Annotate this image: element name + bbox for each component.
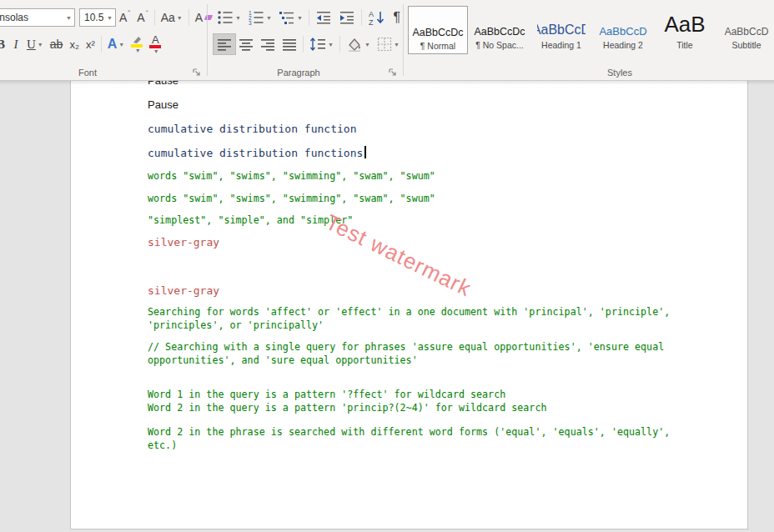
style-label: Heading 1 [531, 40, 591, 50]
clear-formatting-icon: A [195, 11, 203, 24]
paint-bucket-icon [346, 37, 363, 52]
font-color-icon: A [152, 35, 159, 44]
shading-button[interactable]: ▼ [343, 34, 374, 54]
style-subtitle[interactable]: AaBbCcD Subtitle [716, 6, 774, 54]
paragraph-dialog-launcher[interactable] [388, 68, 397, 77]
chevron-down-icon: ▼ [118, 42, 124, 48]
doc-paragraph: // Searching with a single query for phr… [148, 341, 715, 367]
underline-icon: U [27, 38, 36, 52]
doc-paragraph: Searching for words 'affect' or 'effect'… [148, 306, 715, 332]
font-group-label: Font [50, 68, 125, 78]
doc-paragraph: silver-gray [148, 236, 715, 249]
multilevel-list-icon [279, 9, 295, 26]
style-sample-text: AaB [657, 9, 712, 38]
caret-up-glyph: ˆ [128, 9, 130, 18]
decrease-indent-icon [315, 9, 332, 26]
change-case-button[interactable]: Aa ▼ [158, 8, 186, 28]
ribbon-shadow [0, 81, 774, 85]
separator [101, 36, 102, 53]
style-label: ¶ Normal [409, 41, 467, 51]
grow-font-button[interactable]: Aˆ [116, 8, 133, 28]
chevron-down-icon: ▼ [266, 15, 272, 21]
increase-indent-button[interactable] [335, 8, 359, 28]
sort-az-icon: A Z [368, 9, 386, 26]
style-heading-2[interactable]: AaBbCcD Heading 2 [593, 6, 653, 54]
separator [188, 9, 189, 26]
numbered-list-icon: 123 [248, 9, 264, 26]
style-sample-text: AaBbCcD [720, 9, 773, 38]
style-label: Subtitle [716, 40, 774, 50]
text-effects-button[interactable]: A ▼ [104, 34, 128, 54]
style-no-spacing[interactable]: AaBbCcDc ¶ No Spac... [470, 6, 530, 54]
font-name-combobox[interactable]: Consolas ▼ [0, 8, 75, 27]
justify-icon [282, 37, 297, 52]
highlight-color-button[interactable]: ▼ [128, 34, 146, 54]
shrink-font-icon: A [137, 11, 144, 24]
align-left-button[interactable] [214, 34, 235, 54]
change-case-icon: Aa [161, 11, 175, 24]
chevron-down-icon: ▼ [328, 42, 334, 48]
style-label: Heading 2 [593, 40, 653, 50]
borders-button[interactable]: ▼ [374, 34, 403, 54]
doc-paragraph: cumulative distribution functions [148, 147, 715, 160]
style-sample-text: AaBbCcDc [473, 9, 526, 38]
separator [309, 9, 309, 26]
multilevel-list-button[interactable]: ▼ [275, 8, 306, 28]
doc-paragraph: words "swim", "swims", "swimming", "swam… [148, 193, 715, 206]
bold-icon: B [0, 38, 5, 52]
shrink-font-button[interactable]: Aˇ [133, 8, 151, 28]
strikethrough-button[interactable]: ab [47, 34, 67, 54]
font-color-button[interactable]: A ▼ [146, 34, 164, 54]
font-dialog-launcher[interactable] [192, 68, 201, 77]
chevron-down-icon: ▼ [235, 15, 241, 21]
doc-paragraph: Word 2 in the phrase is searched with di… [148, 426, 715, 452]
separator [403, 4, 404, 76]
bold-button[interactable]: B [0, 34, 8, 54]
font-size-combobox[interactable]: 10.5 ▼ [79, 8, 116, 27]
word-window: Consolas ▼ 10.5 ▼ Aˆ Aˇ Aa ▼ [0, 0, 774, 532]
pilcrow-icon: ¶ [394, 10, 401, 25]
sort-button[interactable]: A Z [364, 8, 390, 28]
bullet-list-icon [217, 9, 234, 26]
paragraph-group-label: Paragraph [261, 68, 336, 78]
text-effects-icon: A [108, 37, 118, 52]
doc-paragraph: "simplest", "simple", and "simpler" [148, 214, 715, 228]
decrease-indent-button[interactable] [312, 8, 335, 28]
style-sample-text: AaBbCcDc [411, 10, 465, 38]
line-spacing-button[interactable]: ▼ [306, 34, 337, 54]
align-left-icon [217, 37, 232, 52]
styles-gallery: AaBbCcDc ¶ Normal AaBbCcDc ¶ No Spac... … [408, 6, 774, 54]
svg-text:Z: Z [369, 18, 374, 26]
style-normal[interactable]: AaBbCcDc ¶ Normal [408, 6, 468, 54]
document-canvas[interactable]: Pause Pause cumulative distribution func… [0, 81, 774, 532]
style-heading-1[interactable]: AaBbCcD Heading 1 [531, 6, 591, 54]
subscript-button[interactable]: x₂ [66, 34, 83, 54]
subscript-icon: x₂ [69, 38, 79, 51]
superscript-button[interactable]: x² [83, 34, 98, 54]
svg-text:3: 3 [249, 20, 252, 26]
italic-button[interactable]: I [8, 34, 23, 54]
doc-paragraph: Word 1 in the query is a pattern '?ffect… [148, 389, 715, 414]
align-center-icon [239, 37, 254, 52]
doc-paragraph: Pause [148, 98, 715, 112]
strikethrough-icon: ab [50, 38, 63, 51]
clear-formatting-button[interactable]: A [192, 8, 215, 28]
chevron-down-icon: ▼ [107, 15, 113, 21]
document-page[interactable]: Pause Pause cumulative distribution func… [70, 81, 748, 529]
align-right-button[interactable] [257, 34, 279, 54]
numbered-list-button[interactable]: 123 ▼ [244, 8, 275, 28]
styles-group-label: Styles [582, 68, 657, 78]
style-label: ¶ No Spac... [470, 40, 530, 50]
bullet-list-button[interactable]: ▼ [214, 8, 244, 28]
underline-button[interactable]: U ▼ [23, 34, 47, 54]
text-cursor [364, 146, 366, 158]
style-title[interactable]: AaB Title [655, 6, 715, 54]
ribbon: Consolas ▼ 10.5 ▼ Aˆ Aˇ Aa ▼ [0, 0, 774, 81]
line-spacing-icon [309, 37, 326, 52]
increase-indent-icon [339, 9, 355, 26]
style-sample-text: AaBbCcD [598, 9, 648, 38]
justify-button[interactable] [279, 34, 300, 54]
align-center-button[interactable] [235, 34, 257, 54]
chevron-down-icon: ▼ [38, 42, 43, 48]
eraser-icon [204, 15, 213, 20]
